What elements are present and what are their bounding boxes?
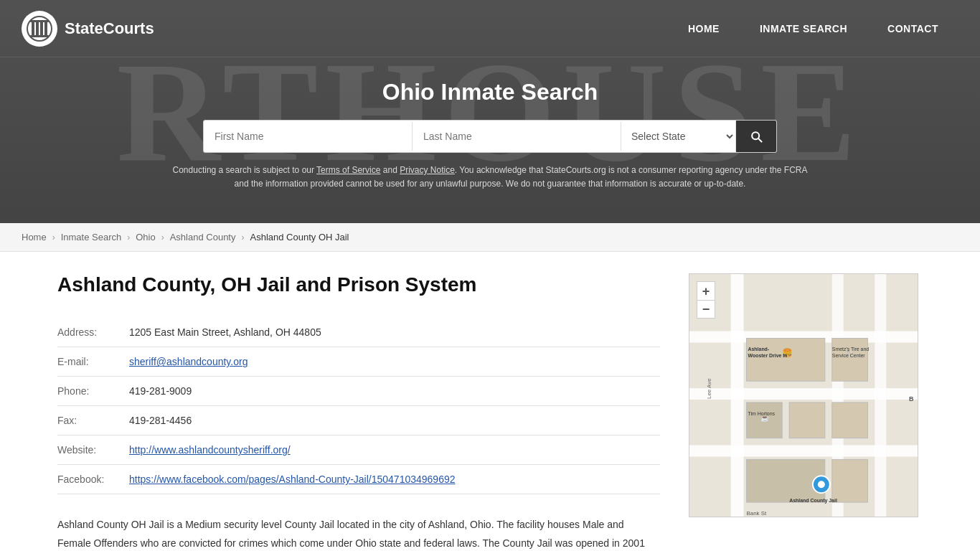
map-inner: Lee Ave 🍔 🍴 ☕ Ash xyxy=(689,274,918,517)
svg-text:B: B xyxy=(909,395,914,402)
email-row: E-mail: sheriff@ashlandcounty.org xyxy=(57,347,660,377)
content-right: Lee Ave 🍔 🍴 ☕ Ash xyxy=(689,273,918,551)
search-icon xyxy=(749,129,763,143)
fax-value: 419-281-4456 xyxy=(129,406,660,435)
breadcrumb-current: Ashland County OH Jail xyxy=(250,232,349,242)
svg-text:Wooster Drive In: Wooster Drive In xyxy=(748,354,787,359)
map-controls: + − xyxy=(697,281,715,319)
hero-title: Ohio Inmate Search xyxy=(14,79,966,105)
svg-rect-15 xyxy=(747,339,825,382)
breadcrumb-sep-2: › xyxy=(127,232,130,242)
facebook-link[interactable]: https://www.facebook.com/pages/Ashland-C… xyxy=(129,474,456,485)
facebook-label: Facebook: xyxy=(57,465,129,494)
breadcrumb-sep-3: › xyxy=(161,232,164,242)
map-svg: Lee Ave 🍔 🍴 ☕ Ash xyxy=(689,274,918,517)
svg-rect-21 xyxy=(832,460,868,503)
breadcrumb-inmate-search[interactable]: Inmate Search xyxy=(61,232,122,242)
address-row: Address: 1205 East Main Street, Ashland,… xyxy=(57,318,660,347)
svg-rect-4 xyxy=(44,22,47,36)
website-link[interactable]: http://www.ashlandcountysheriff.org/ xyxy=(129,444,291,456)
svg-rect-13 xyxy=(875,274,886,517)
description: Ashland County OH Jail is a Medium secur… xyxy=(57,516,660,551)
address-value: 1205 East Main Street, Ashland, OH 44805 xyxy=(129,318,660,347)
disclaimer: Conducting a search is subject to our Te… xyxy=(167,164,813,191)
svg-rect-6 xyxy=(30,35,49,37)
content-wrapper: Ashland County, OH Jail and Prison Syste… xyxy=(57,273,918,551)
logo-icon xyxy=(22,11,57,47)
svg-rect-19 xyxy=(832,402,868,438)
svg-rect-1 xyxy=(32,22,34,36)
nav-links: HOME INMATE SEARCH CONTACT xyxy=(668,0,958,57)
svg-text:Bank St: Bank St xyxy=(747,510,768,517)
header-content: StateCourts HOME INMATE SEARCH CONTACT O… xyxy=(0,0,980,223)
columns-icon xyxy=(27,16,52,42)
breadcrumb-sep-1: › xyxy=(52,232,55,242)
state-select[interactable]: Select State xyxy=(621,121,736,151)
facebook-value: https://www.facebook.com/pages/Ashland-C… xyxy=(129,465,660,494)
logo-text: StateCourts xyxy=(65,19,154,38)
map-container: Lee Ave 🍔 🍴 ☕ Ash xyxy=(689,273,918,517)
phone-row: Phone: 419-281-9009 xyxy=(57,377,660,406)
main-content: Ashland County, OH Jail and Prison Syste… xyxy=(0,252,980,551)
nav-inmate-search[interactable]: INMATE SEARCH xyxy=(740,0,867,57)
svg-text:Tim Hortons: Tim Hortons xyxy=(748,411,775,416)
svg-point-31 xyxy=(818,481,825,489)
svg-text:Smetz's Tire and: Smetz's Tire and xyxy=(832,347,870,352)
breadcrumb: Home › Inmate Search › Ohio › Ashland Co… xyxy=(0,223,980,252)
svg-rect-2 xyxy=(36,22,39,36)
map-zoom-out[interactable]: − xyxy=(697,300,715,319)
info-table: Address: 1205 East Main Street, Ashland,… xyxy=(57,318,660,494)
svg-text:Lee Ave: Lee Ave xyxy=(706,378,712,399)
fax-row: Fax: 419-281-4456 xyxy=(57,406,660,435)
nav-contact[interactable]: CONTACT xyxy=(867,0,958,57)
breadcrumb-sep-4: › xyxy=(241,232,244,242)
nav-home[interactable]: HOME xyxy=(668,0,740,57)
svg-text:Ashland-: Ashland- xyxy=(748,347,769,352)
email-link[interactable]: sheriff@ashlandcounty.org xyxy=(129,356,248,367)
content-left: Ashland County, OH Jail and Prison Syste… xyxy=(57,273,660,551)
map-zoom-in[interactable]: + xyxy=(697,281,715,300)
first-name-input[interactable] xyxy=(204,122,413,151)
website-value: http://www.ashlandcountysheriff.org/ xyxy=(129,435,660,465)
last-name-input[interactable] xyxy=(413,122,621,151)
header: RTHOUSE StateCourts xyxy=(0,0,980,223)
privacy-link[interactable]: Privacy Notice xyxy=(400,165,455,175)
fax-label: Fax: xyxy=(57,406,129,435)
svg-rect-3 xyxy=(40,22,43,36)
facebook-row: Facebook: https://www.facebook.com/pages… xyxy=(57,465,660,494)
breadcrumb-state[interactable]: Ohio xyxy=(136,232,155,242)
search-button[interactable] xyxy=(736,121,776,152)
phone-value: 419-281-9009 xyxy=(129,377,660,406)
svg-rect-5 xyxy=(30,20,49,22)
navbar: StateCourts HOME INMATE SEARCH CONTACT xyxy=(0,0,980,57)
svg-text:Ashland County Jail: Ashland County Jail xyxy=(789,498,837,504)
terms-link[interactable]: Terms of Service xyxy=(316,165,380,175)
website-row: Website: http://www.ashlandcountysheriff… xyxy=(57,435,660,465)
phone-label: Phone: xyxy=(57,377,129,406)
search-bar: Select State xyxy=(203,120,777,153)
breadcrumb-home[interactable]: Home xyxy=(22,232,47,242)
breadcrumb-county[interactable]: Ashland County xyxy=(170,232,236,242)
svg-rect-16 xyxy=(832,339,868,382)
address-label: Address: xyxy=(57,318,129,347)
email-label: E-mail: xyxy=(57,347,129,377)
logo-link[interactable]: StateCourts xyxy=(22,11,154,47)
website-label: Website: xyxy=(57,435,129,465)
email-value: sheriff@ashlandcounty.org xyxy=(129,347,660,377)
page-title: Ashland County, OH Jail and Prison Syste… xyxy=(57,273,660,296)
hero-section: Ohio Inmate Search Select State Conducti… xyxy=(0,57,980,223)
svg-rect-18 xyxy=(789,402,825,438)
svg-text:Service Center: Service Center xyxy=(832,354,866,359)
